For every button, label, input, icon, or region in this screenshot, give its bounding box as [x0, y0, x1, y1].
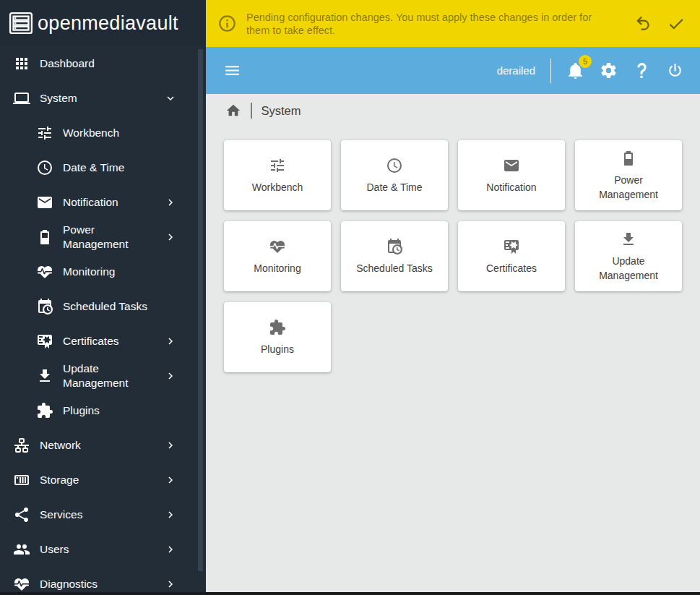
toolbar-right: derailed 5	[497, 59, 684, 83]
openmediavault-logo-icon	[7, 9, 35, 37]
sidebar-item-label: Notification	[63, 195, 118, 210]
banner-actions	[634, 14, 686, 33]
home-icon[interactable]	[225, 103, 241, 119]
heart-pulse-icon	[13, 575, 30, 593]
puzzle-icon	[269, 319, 286, 336]
chevron-right-icon	[164, 578, 177, 591]
chevron-right-icon	[164, 335, 177, 348]
top-toolbar: derailed 5	[206, 47, 700, 94]
pending-changes-banner: Pending configuration changes. You must …	[206, 0, 700, 47]
sidebar-nav: Dashboard System Workbench Date & Time N…	[0, 46, 206, 595]
download-icon	[620, 231, 637, 248]
card-workbench[interactable]: Workbench	[224, 140, 331, 210]
notification-count-badge: 5	[579, 55, 592, 68]
card-notification[interactable]: Notification	[458, 140, 565, 210]
download-icon	[36, 367, 53, 385]
sidebar-item-label: Diagnostics	[40, 577, 98, 591]
breadcrumb-divider	[251, 103, 252, 119]
settings-button[interactable]	[600, 61, 618, 80]
undo-icon	[634, 14, 652, 33]
battery-icon	[36, 228, 53, 246]
breadcrumb: System	[206, 94, 700, 119]
sidebar-item-label: Network	[40, 438, 81, 453]
sidebar-item-dashboard[interactable]: Dashboard	[0, 46, 206, 81]
hamburger-menu-icon	[223, 61, 241, 80]
card-label: Scheduled Tasks	[356, 261, 433, 275]
heart-pulse-icon	[36, 263, 53, 281]
sidebar-item-label: Plugins	[63, 403, 100, 418]
sidebar-item-power-management[interactable]: Power Management	[0, 220, 206, 254]
card-certificates[interactable]: Certificates	[458, 221, 565, 291]
card-update-management[interactable]: Update Management	[575, 221, 682, 291]
card-date-time[interactable]: Date & Time	[341, 140, 448, 210]
card-power-management[interactable]: Power Management	[575, 140, 682, 210]
banner-message: Pending configuration changes. You must …	[246, 11, 593, 37]
help-button[interactable]	[633, 61, 651, 80]
sidebar-item-label: Certificates	[63, 334, 119, 348]
nas-icon	[13, 471, 30, 489]
page-title: System	[262, 104, 301, 118]
chevron-right-icon	[164, 543, 177, 556]
sidebar-item-date-time[interactable]: Date & Time	[0, 150, 206, 185]
share-icon	[13, 506, 30, 523]
card-scheduled-tasks[interactable]: Scheduled Tasks	[341, 221, 448, 291]
sidebar-item-plugins[interactable]: Plugins	[0, 393, 206, 428]
sidebar-item-notification[interactable]: Notification	[0, 185, 206, 220]
sidebar-item-network[interactable]: Network	[0, 428, 206, 463]
chevron-right-icon	[164, 196, 177, 209]
sidebar-item-label: Users	[40, 542, 69, 557]
sidebar-item-label: Storage	[40, 473, 79, 487]
email-icon	[503, 157, 520, 174]
sidebar-item-label: Scheduled Tasks	[63, 299, 147, 314]
laptop-icon	[13, 90, 30, 107]
chevron-right-icon	[164, 474, 177, 487]
clock-icon	[386, 157, 403, 174]
sidebar-item-label: Update Management	[63, 361, 148, 390]
username-label: derailed	[497, 64, 535, 77]
sidebar-item-services[interactable]: Services	[0, 497, 206, 532]
sidebar-item-update-management[interactable]: Update Management	[0, 359, 206, 393]
app-header: openmediavault	[0, 0, 206, 46]
email-icon	[36, 194, 53, 211]
calendar-clock-icon	[386, 238, 403, 255]
sidebar-item-label: Monitoring	[63, 265, 115, 279]
puzzle-icon	[36, 402, 53, 419]
sidebar-item-system[interactable]: System	[0, 81, 206, 116]
card-label: Workbench	[252, 180, 303, 194]
power-button[interactable]	[666, 61, 684, 80]
tune-icon	[269, 157, 286, 174]
heart-pulse-icon	[269, 238, 286, 255]
sidebar-scrollbar[interactable]	[198, 49, 203, 571]
menu-toggle-button[interactable]	[223, 61, 241, 80]
card-label: Notification	[486, 180, 536, 194]
apps-icon	[13, 55, 30, 72]
info-icon	[217, 14, 237, 33]
sidebar-item-users[interactable]: Users	[0, 532, 206, 567]
calendar-clock-icon	[36, 298, 53, 315]
sidebar-item-workbench[interactable]: Workbench	[0, 116, 206, 150]
tune-icon	[36, 124, 53, 142]
main-area: Pending configuration changes. You must …	[206, 0, 700, 595]
undo-changes-button[interactable]	[634, 14, 652, 33]
notifications-button[interactable]: 5	[566, 61, 584, 80]
card-monitoring[interactable]: Monitoring	[224, 221, 331, 291]
card-plugins[interactable]: Plugins	[224, 302, 331, 372]
sidebar-item-storage[interactable]: Storage	[0, 463, 206, 497]
sidebar-item-monitoring[interactable]: Monitoring	[0, 254, 206, 289]
power-icon	[666, 61, 684, 80]
certificate-icon	[503, 238, 520, 255]
sidebar-item-label: Date & Time	[63, 160, 124, 175]
card-label: Update Management	[592, 254, 665, 283]
users-icon	[13, 541, 30, 558]
question-mark-icon	[633, 61, 651, 80]
sidebar-item-scheduled-tasks[interactable]: Scheduled Tasks	[0, 289, 206, 324]
chevron-right-icon	[164, 439, 177, 452]
bottom-edge-strip	[0, 592, 700, 595]
apply-changes-button[interactable]	[667, 14, 686, 33]
chevron-down-icon	[164, 92, 177, 105]
card-label: Monitoring	[254, 261, 301, 275]
gear-icon	[600, 61, 618, 80]
sidebar-item-diagnostics[interactable]: Diagnostics	[0, 567, 206, 595]
sidebar-item-label: Services	[40, 508, 82, 522]
sidebar-item-certificates[interactable]: Certificates	[0, 324, 206, 359]
